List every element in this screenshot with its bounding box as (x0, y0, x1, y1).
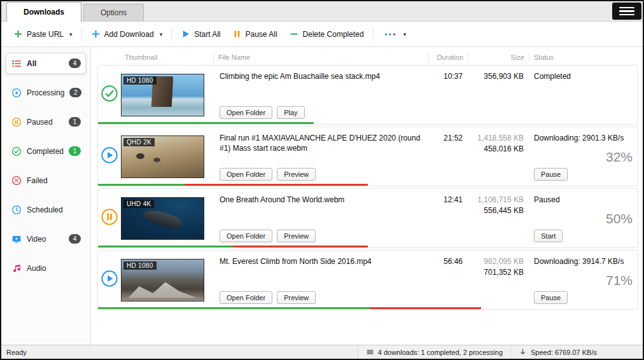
pause-all-button[interactable]: Pause All (227, 25, 283, 43)
pause-button[interactable]: Pause (534, 168, 568, 181)
chevron-down-icon[interactable]: ▾ (403, 31, 407, 38)
clock-icon (11, 204, 22, 215)
play-circle-icon (101, 146, 118, 167)
percent-label: 71% (606, 273, 633, 288)
paste-url-button[interactable]: Paste URL ▾ (8, 25, 78, 43)
progress-bar (98, 184, 368, 186)
size-downloaded: 356,903 KB (472, 72, 524, 81)
video-thumbnail: HD 1080 (121, 74, 204, 116)
add-download-button[interactable]: Add Download ▾ (85, 25, 169, 43)
row-state (98, 127, 121, 186)
play-circle-icon (11, 87, 22, 98)
chevron-down-icon[interactable]: ▾ (69, 31, 73, 38)
progress-bar (98, 122, 314, 124)
play-button[interactable]: Play (277, 106, 304, 119)
row-state (98, 189, 121, 247)
status-text: Paused (534, 195, 634, 204)
more-actions-button[interactable]: ▾ (377, 26, 412, 43)
download-row[interactable]: HD 1080 Mt. Everest Climb from North Sid… (97, 250, 638, 310)
quality-badge: QHD 2K (123, 138, 155, 146)
sidebar-item-paused[interactable]: Paused 1 (6, 111, 86, 132)
downloads-panel: Thumbnail File Name Duration Size Status… (91, 47, 643, 345)
sidebar-item-all[interactable]: All 4 (6, 53, 86, 74)
progress-bar (98, 307, 481, 309)
open-folder-button[interactable]: Open Folder (220, 168, 272, 181)
tab-options[interactable]: Options (83, 4, 144, 21)
video-thumbnail: QHD 2K (121, 135, 204, 178)
duration-value: 21:52 (428, 127, 467, 186)
count-badge: 1 (69, 117, 81, 127)
download-row[interactable]: HD 1080 Climbing the epic Am Buachaille … (97, 65, 638, 125)
download-row[interactable]: UHD 4K One Breath Around The World.webm … (97, 188, 638, 248)
sidebar-item-label: Paused (27, 118, 53, 127)
start-all-label: Start All (194, 30, 220, 39)
sidebar: All 4 Processing 2 Paused 1 Completed 1 … (1, 47, 91, 345)
start-all-button[interactable]: Start All (175, 25, 226, 43)
preview-button[interactable]: Preview (277, 230, 316, 242)
column-header-file-name: File Name (213, 53, 428, 62)
download-row[interactable]: QHD 2K Final run #1 MAXIAVALANCHE ALPE D… (97, 127, 638, 186)
row-state (98, 251, 121, 309)
delete-completed-button[interactable]: Delete Completed (283, 25, 370, 43)
paste-url-label: Paste URL (27, 30, 64, 39)
column-header-size: Size (468, 53, 529, 62)
add-download-label: Add Download (104, 30, 154, 39)
pause-circle-icon (11, 116, 22, 127)
list-icon (11, 58, 22, 69)
check-circle-icon (101, 85, 118, 105)
tab-label: Downloads (24, 8, 64, 17)
table-header: Thumbnail File Name Duration Size Status (97, 50, 638, 65)
video-thumbnail: UHD 4K (121, 197, 204, 240)
plus-icon (13, 29, 23, 39)
sidebar-item-label: Video (27, 235, 46, 244)
tab-downloads[interactable]: Downloads (6, 2, 81, 22)
status-bar: Ready 4 downloads: 1 completed, 2 proces… (1, 345, 643, 359)
percent-label: 32% (606, 149, 633, 165)
pause-circle-icon (101, 208, 118, 228)
sidebar-item-label: All (27, 59, 36, 68)
pause-button[interactable]: Pause (534, 291, 568, 304)
preview-button[interactable]: Preview (277, 291, 316, 304)
pause-all-label: Pause All (246, 30, 277, 39)
plus-icon (91, 29, 101, 39)
size-total: 982,095 KB (472, 257, 524, 266)
open-folder-button[interactable]: Open Folder (220, 230, 272, 242)
quality-badge: HD 1080 (123, 76, 157, 85)
file-name: One Breath Around The World.webm (220, 195, 423, 205)
start-button[interactable]: Start (534, 230, 563, 242)
status-text: Downloading: 3914.7 KB/s (534, 257, 634, 266)
chevron-down-icon[interactable]: ▾ (160, 31, 163, 38)
sidebar-item-scheduled[interactable]: Scheduled (6, 199, 86, 220)
progress-bar (98, 246, 368, 247)
status-text: Completed (534, 72, 634, 81)
play-circle-icon (101, 270, 118, 290)
sidebar-item-video[interactable]: Video 4 (6, 228, 86, 249)
down-arrow-icon (519, 348, 527, 356)
preview-button[interactable]: Preview (277, 168, 316, 181)
download-list: HD 1080 Climbing the epic Am Buachaille … (97, 65, 638, 345)
open-folder-button[interactable]: Open Folder (220, 106, 272, 119)
minus-icon (289, 29, 299, 39)
status-ready-text: Ready (6, 349, 27, 356)
video-icon (11, 233, 22, 244)
sidebar-item-processing[interactable]: Processing 2 (6, 82, 86, 103)
hamburger-menu-button[interactable] (612, 3, 641, 20)
row-state (98, 66, 121, 124)
speed-text: Speed: 6769.07 KB/s (531, 349, 597, 356)
sidebar-item-label: Failed (27, 176, 48, 185)
column-header-status: Status (529, 53, 638, 62)
open-folder-button[interactable]: Open Folder (220, 291, 272, 304)
quality-badge: HD 1080 (123, 261, 157, 270)
percent-label: 50% (606, 211, 633, 226)
sidebar-item-audio[interactable]: Audio (6, 258, 86, 279)
toolbar-separator (171, 27, 172, 41)
count-badge: 4 (69, 59, 81, 68)
sidebar-item-failed[interactable]: Failed (6, 170, 86, 191)
sidebar-item-completed[interactable]: Completed 1 (6, 141, 86, 162)
duration-value: 56:46 (428, 251, 467, 309)
delete-completed-label: Delete Completed (303, 30, 364, 39)
tab-label: Options (101, 8, 127, 17)
titlebar: Downloads Options (1, 1, 643, 22)
sidebar-item-label: Audio (27, 264, 46, 273)
count-badge: 2 (69, 88, 81, 97)
